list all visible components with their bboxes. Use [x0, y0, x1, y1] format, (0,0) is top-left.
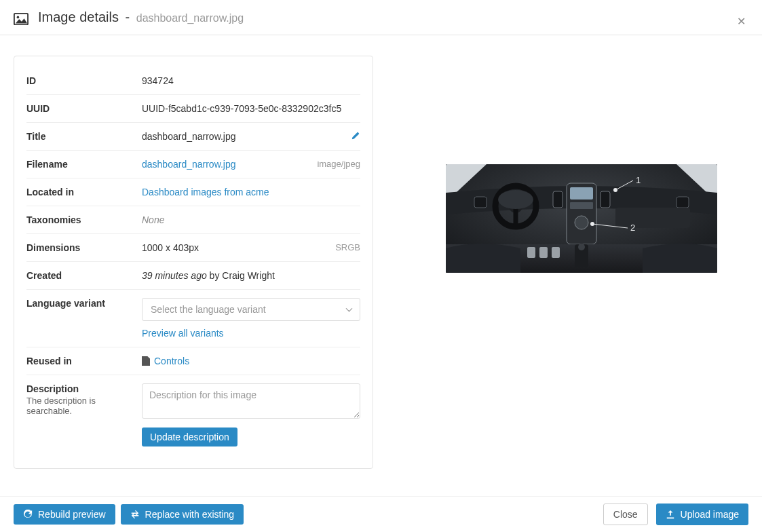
svg-rect-23: [552, 247, 560, 258]
callout-1-text: 1: [636, 175, 641, 185]
swap-icon: [130, 510, 140, 519]
svg-rect-5: [570, 202, 593, 209]
label-uuid: UUID: [26, 103, 142, 114]
row-id: ID 934724: [26, 67, 360, 95]
svg-rect-4: [570, 187, 593, 200]
row-description: Description The description is searchabl…: [26, 375, 360, 455]
details-panel: ID 934724 UUID UUID-f5cabd1c-c939-7093-5…: [14, 56, 373, 469]
preview-pane: 1 2: [414, 56, 748, 469]
rebuild-preview-button[interactable]: Rebuild preview: [14, 504, 115, 525]
document-icon: [142, 356, 150, 366]
svg-rect-15: [601, 191, 610, 208]
close-icon[interactable]: ✕: [737, 15, 746, 28]
callout-2-text: 2: [630, 223, 635, 233]
rebuild-label: Rebuild preview: [38, 509, 106, 520]
label-filename: Filename: [26, 159, 142, 170]
pencil-icon[interactable]: [351, 131, 360, 142]
value-uuid: UUID-f5cabd1c-c939-7093-5e0c-8332902c3fc…: [142, 103, 360, 114]
label-id: ID: [26, 75, 142, 86]
row-title: Title dashboard_narrow.jpg: [26, 123, 360, 151]
svg-point-12: [498, 190, 533, 209]
value-title-wrap: dashboard_narrow.jpg: [142, 131, 360, 142]
replace-label: Replace with existing: [145, 509, 235, 520]
dialog-content: ID 934724 UUID UUID-f5cabd1c-c939-7093-5…: [0, 35, 762, 482]
label-taxonomies: Taxonomies: [26, 214, 142, 225]
svg-rect-21: [527, 247, 535, 258]
value-dimensions-wrap: 1000 x 403px SRGB: [142, 242, 360, 253]
upload-label: Upload image: [681, 509, 739, 520]
dialog-footer: Rebuild preview Replace with existing Cl…: [0, 496, 762, 532]
row-created: Created 39 minutes ago by Craig Wright: [26, 262, 360, 290]
dialog-header: Image details - dashboard_narrow.jpg ✕: [0, 0, 762, 35]
created-by: Craig Wright: [222, 270, 275, 281]
update-description-button[interactable]: Update description: [142, 428, 237, 446]
row-taxonomies: Taxonomies None: [26, 206, 360, 234]
label-created: Created: [26, 270, 142, 281]
label-reused: Reused in: [26, 356, 142, 366]
label-description: Description The description is searchabl…: [26, 383, 142, 416]
title-filename: dashboard_narrow.jpg: [136, 12, 244, 24]
dialog-title: Image details - dashboard_narrow.jpg: [38, 10, 244, 25]
filename-mime: image/jpeg: [317, 159, 360, 169]
svg-point-6: [575, 216, 588, 229]
upload-image-button[interactable]: Upload image: [656, 504, 748, 525]
dimensions-colorspace: SRGB: [335, 242, 360, 252]
filename-link[interactable]: dashboard_narrow.jpg: [142, 159, 236, 170]
created-by-prefix: by: [207, 270, 223, 281]
value-description-wrap: Update description: [142, 383, 360, 446]
row-reused: Reused in Controls: [26, 347, 360, 375]
label-dimensions: Dimensions: [26, 242, 142, 253]
value-title: dashboard_narrow.jpg: [142, 131, 236, 142]
label-language: Language variant: [26, 298, 142, 309]
value-filename-wrap: dashboard_narrow.jpg image/jpeg: [142, 159, 360, 170]
svg-rect-16: [553, 191, 563, 208]
upload-icon: [666, 510, 675, 519]
refresh-icon: [23, 510, 33, 519]
row-uuid: UUID UUID-f5cabd1c-c939-7093-5e0c-833290…: [26, 95, 360, 123]
description-label-text: Description: [26, 383, 142, 394]
value-taxonomies: None: [142, 214, 360, 225]
value-located-wrap: Dashboard images from acme: [142, 187, 360, 197]
image-preview: 1 2: [446, 164, 717, 273]
close-button[interactable]: Close: [603, 504, 648, 525]
language-select[interactable]: Select the language variant: [142, 298, 360, 321]
svg-rect-13: [474, 197, 487, 208]
label-located: Located in: [26, 187, 142, 197]
value-id: 934724: [142, 75, 360, 86]
created-time: 39 minutes ago: [142, 270, 207, 281]
dialog-title-text: Image details: [38, 10, 119, 24]
svg-rect-17: [615, 208, 690, 228]
row-dimensions: Dimensions 1000 x 403px SRGB: [26, 234, 360, 262]
row-filename: Filename dashboard_narrow.jpg image/jpeg: [26, 151, 360, 178]
title-separator: -: [126, 10, 130, 24]
value-created-wrap: 39 minutes ago by Craig Wright: [142, 270, 360, 281]
image-icon: [14, 13, 28, 25]
located-link[interactable]: Dashboard images from acme: [142, 187, 269, 197]
description-sub: The description is searchable.: [26, 396, 142, 416]
reused-link[interactable]: Controls: [154, 356, 189, 366]
replace-existing-button[interactable]: Replace with existing: [121, 504, 244, 525]
description-textarea[interactable]: [142, 383, 360, 419]
preview-all-link[interactable]: Preview all variants: [142, 328, 224, 339]
value-language-wrap: Select the language variant Preview all …: [142, 298, 360, 339]
svg-rect-14: [677, 197, 689, 208]
svg-point-1: [17, 16, 20, 18]
label-title: Title: [26, 131, 142, 142]
row-located: Located in Dashboard images from acme: [26, 178, 360, 206]
value-dimensions: 1000 x 403px: [142, 242, 199, 253]
language-placeholder: Select the language variant: [151, 304, 266, 315]
value-reused-wrap: Controls: [142, 356, 360, 366]
row-language: Language variant Select the language var…: [26, 290, 360, 347]
svg-rect-22: [539, 247, 548, 258]
svg-point-20: [578, 244, 585, 250]
